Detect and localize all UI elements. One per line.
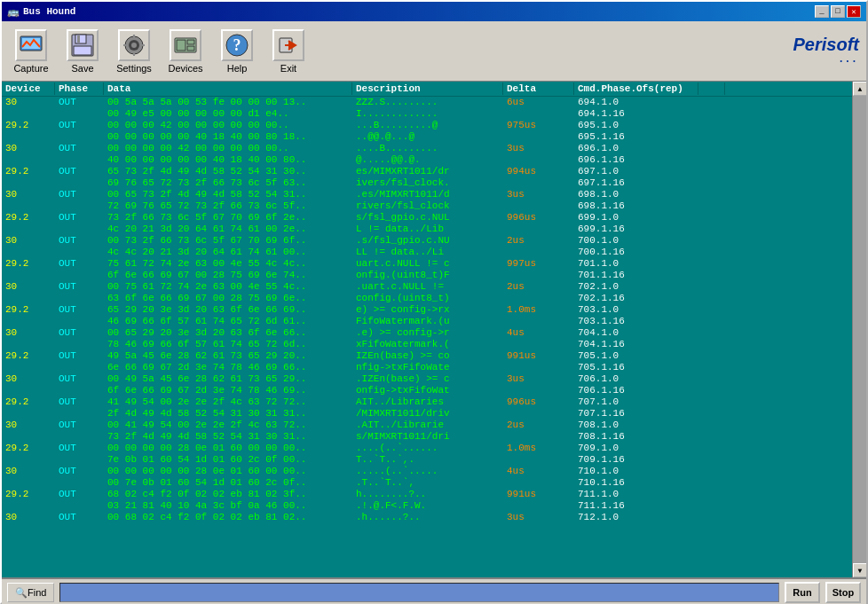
cell-device	[2, 316, 55, 327]
cell-device	[2, 293, 55, 304]
cell-phase: OUT	[55, 143, 104, 154]
cell-device	[2, 247, 55, 258]
cell-desc: h........?..	[352, 489, 503, 500]
table-row: 00 49 e5 00 00 00 00 00 d1 e4.. I.......…	[2, 108, 866, 120]
cell-phase: OUT	[55, 327, 104, 339]
cell-phase: OUT	[55, 512, 104, 523]
cell-phase	[55, 293, 104, 304]
cell-desc: I.............	[352, 108, 503, 120]
cell-delta: 1.0ms	[503, 304, 574, 316]
cell-device	[2, 270, 55, 281]
cell-desc: nfig->txFifoWate	[352, 362, 503, 373]
table-row: 46 69 66 6f 57 61 74 65 72 6d 61.. FifoW…	[2, 316, 866, 327]
cell-device: 29.2	[2, 350, 55, 362]
minimize-button[interactable]: _	[815, 5, 829, 18]
scrollbar-right[interactable]: ▲ ▼	[852, 82, 866, 577]
settings-label: Settings	[116, 63, 152, 74]
table-row: 7e 0b 01 60 54 1d 01 60 2c 0f 00.. T..`T…	[2, 454, 866, 466]
cell-phase	[55, 108, 104, 120]
cell-delta	[503, 477, 574, 489]
cell-cmd: 706.1.0	[574, 373, 698, 385]
cell-desc: e) >= config->rx	[352, 304, 503, 316]
scroll-up-button[interactable]: ▲	[853, 82, 866, 96]
cell-cmd: 694.1.16	[574, 108, 698, 120]
table-row: 30 OUT 00 65 29 20 3e 3d 20 63 6f 6e 66.…	[2, 327, 866, 339]
cell-delta	[503, 316, 574, 327]
cell-desc: es/MIMXRT1011/dr	[352, 166, 503, 177]
cell-phase	[55, 177, 104, 189]
cell-device: 29.2	[2, 304, 55, 316]
toolbar-settings[interactable]: Settings	[112, 29, 156, 74]
header-scroll	[698, 82, 725, 95]
cell-desc: .IZEn(base) >= c	[352, 373, 503, 385]
cell-pad	[698, 224, 725, 235]
table-body: 30 OUT 00 5a 5a 5a 00 53 fe 00 00 00 13.…	[2, 97, 866, 577]
cell-desc: .AIT../Librarie	[352, 420, 503, 431]
cell-phase	[55, 200, 104, 212]
cell-pad	[698, 431, 725, 443]
cell-desc: rivers/fsl_clock	[352, 200, 503, 212]
title-bar: 🚌 Bus Hound _ □ ✕	[2, 2, 866, 21]
table-row: 73 2f 4d 49 4d 58 52 54 31 30 31.. s/MIM…	[2, 431, 866, 443]
table-row: 30 OUT 00 65 73 2f 4d 49 4d 58 52 54 31.…	[2, 189, 866, 200]
cell-data: 68 02 c4 f2 0f 02 02 eb 81 02 3f..	[104, 489, 352, 500]
toolbar-devices[interactable]: Devices	[163, 29, 208, 74]
cell-desc: ....B.........	[352, 143, 503, 154]
cell-cmd: 703.1.0	[574, 304, 698, 316]
cell-data: 6e 66 69 67 2d 3e 74 78 46 69 66..	[104, 362, 352, 373]
cell-phase: OUT	[55, 396, 104, 408]
cell-phase: OUT	[55, 258, 104, 270]
cell-phase: OUT	[55, 373, 104, 385]
toolbar-help[interactable]: ? Help	[215, 29, 259, 74]
scroll-down-button[interactable]: ▼	[853, 563, 866, 577]
cell-pad	[698, 270, 725, 281]
find-button[interactable]: 🔍 Find	[7, 583, 54, 602]
cell-cmd: 696.1.0	[574, 143, 698, 154]
table-row: 69 76 65 72 73 2f 66 73 6c 5f 63.. ivers…	[2, 177, 866, 189]
cell-delta: 3us	[503, 189, 574, 200]
cell-data: 00 00 00 00 28 0e 01 60 00 00 00..	[104, 443, 352, 454]
find-input[interactable]	[59, 583, 779, 602]
cell-data: 73 2f 66 73 6c 5f 67 70 69 6f 2e..	[104, 212, 352, 224]
cell-data: 00 00 00 00 00 40 18 40 00 80 18..	[104, 131, 352, 143]
cell-data: 7e 0b 01 60 54 1d 01 60 2c 0f 00..	[104, 454, 352, 466]
devices-label: Devices	[168, 63, 202, 74]
cell-device: 30	[2, 281, 55, 293]
cell-delta	[503, 270, 574, 281]
svg-rect-3	[75, 35, 86, 43]
cell-cmd: 696.1.16	[574, 154, 698, 166]
cell-device: 30	[2, 235, 55, 247]
cell-delta: 996us	[503, 396, 574, 408]
cell-cmd: 700.1.16	[574, 247, 698, 258]
header-phase: Phase	[55, 82, 104, 95]
cell-desc: ...B.........@	[352, 120, 503, 131]
cell-pad	[698, 350, 725, 362]
perisoft-logo: Perisoft ···	[793, 35, 859, 67]
cell-phase	[55, 154, 104, 166]
run-button[interactable]: Run	[785, 582, 820, 603]
cell-cmd: 710.1.16	[574, 477, 698, 489]
cell-device: 30	[2, 420, 55, 431]
close-button[interactable]: ✕	[847, 5, 861, 18]
cell-delta: 996us	[503, 212, 574, 224]
cell-desc: AIT../Libraries	[352, 396, 503, 408]
cell-desc: .h......?..	[352, 512, 503, 523]
cell-device	[2, 362, 55, 373]
cell-data: 65 73 2f 4d 49 4d 58 52 54 31 30..	[104, 166, 352, 177]
toolbar-capture[interactable]: Capture	[9, 29, 53, 74]
maximize-button[interactable]: □	[831, 5, 845, 18]
scroll-track[interactable]	[853, 96, 866, 563]
cell-data: 00 00 00 42 00 00 00 00 00 00..	[104, 120, 352, 131]
cell-device: 29.2	[2, 120, 55, 131]
cell-cmd: 698.1.0	[574, 189, 698, 200]
cell-cmd: 706.1.16	[574, 385, 698, 396]
cell-phase: OUT	[55, 304, 104, 316]
stop-button[interactable]: Stop	[825, 582, 861, 603]
toolbar-exit[interactable]: Exit	[266, 29, 311, 74]
table-row: 29.2 OUT 00 00 00 42 00 00 00 00 00 00..…	[2, 120, 866, 131]
cell-data: 63 6f 6e 66 69 67 00 28 75 69 6e..	[104, 293, 352, 304]
cell-cmd: 699.1.0	[574, 212, 698, 224]
toolbar-save[interactable]: Save	[60, 29, 105, 74]
cell-device: 30	[2, 143, 55, 154]
cell-desc: ivers/fsl_clock.	[352, 177, 503, 189]
